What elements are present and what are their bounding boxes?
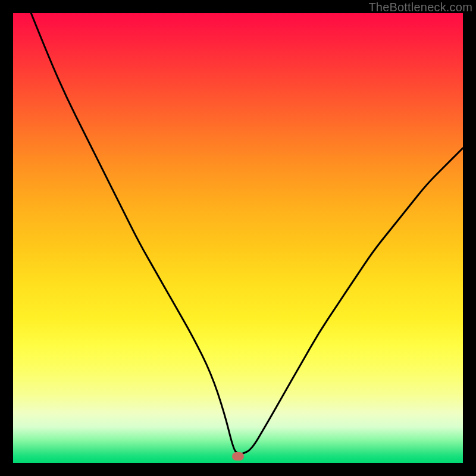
optimal-point-marker bbox=[232, 452, 244, 461]
plot-area bbox=[13, 13, 463, 463]
bottleneck-curve bbox=[31, 13, 463, 454]
curve-layer bbox=[13, 13, 463, 463]
watermark-text: TheBottleneck.com bbox=[368, 1, 472, 14]
chart-frame: TheBottleneck.com bbox=[0, 0, 476, 476]
